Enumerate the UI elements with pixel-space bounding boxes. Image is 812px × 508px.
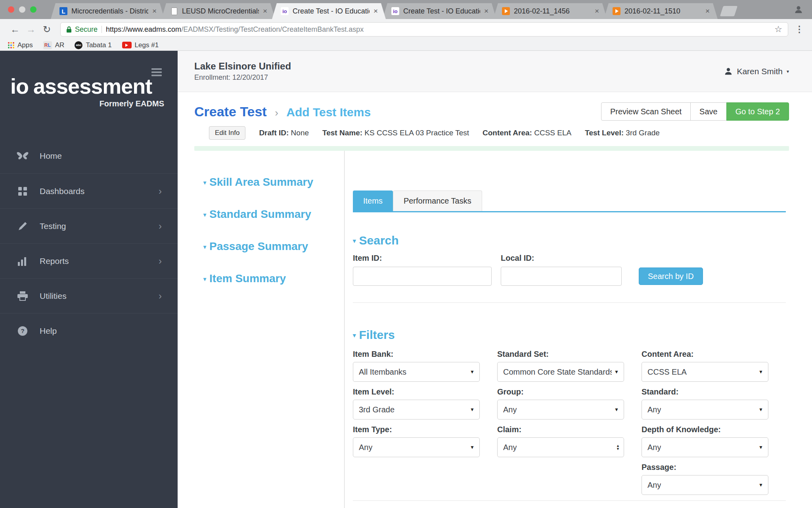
edit-info-button[interactable]: Edit Info	[209, 126, 245, 140]
caret-down-icon: ▼	[758, 407, 763, 412]
bookmarks-bar: Apps RL AR abc Tabata 1 Legs #1	[0, 40, 812, 51]
item-summary-link[interactable]: ▾Item Summary	[203, 271, 322, 287]
item-type-select[interactable]: Any▼	[353, 437, 480, 457]
select-value: Any	[503, 405, 517, 414]
bookmark-star-icon[interactable]: ☆	[774, 24, 782, 35]
zoom-window-button[interactable]	[30, 6, 36, 13]
item-tabs: Items Performance Tasks	[353, 190, 786, 212]
claim-select[interactable]: Any▲▼	[497, 437, 624, 457]
item-bank-filter: Item Bank: All Itembanks▼	[353, 350, 480, 382]
sidebar-item-label: Dashboards	[40, 187, 159, 196]
breadcrumb-row: Create Test › Add Test Items Preview Sca…	[178, 92, 812, 121]
rl-badge-icon: RL	[43, 41, 52, 49]
browser-tab-leusd[interactable]: LEUSD MicroCredentials ×	[161, 3, 275, 19]
sidebar-item-label: Home	[40, 151, 162, 161]
filters-heading[interactable]: ▾Filters	[353, 328, 786, 342]
user-menu[interactable]: Karen Smith ▾	[724, 67, 789, 76]
sidebar-item-utilities[interactable]: Utilities ›	[0, 278, 178, 313]
caret-down-icon: ▾	[203, 212, 206, 218]
item-level-select[interactable]: 3rd Grade▼	[353, 400, 480, 419]
browser-tab-create-test[interactable]: io Create Test - IO Education ×	[383, 3, 496, 19]
bookmark-label: Apps	[17, 41, 33, 49]
close-window-button[interactable]	[8, 6, 14, 13]
url-path: /EADMSX/Testing/TestCreation/CreateItemB…	[181, 25, 774, 34]
forward-icon[interactable]: →	[23, 24, 39, 35]
item-bank-select[interactable]: All Itembanks▼	[353, 362, 480, 382]
bookmark-ar[interactable]: RL AR	[43, 41, 65, 49]
bookmark-legs[interactable]: Legs #1	[122, 41, 159, 49]
summary-link-label: Standard Summary	[209, 208, 311, 220]
back-icon[interactable]: ←	[7, 24, 23, 35]
bookmark-tabata[interactable]: abc Tabata 1	[75, 41, 111, 49]
reload-icon[interactable]: ↻	[39, 24, 55, 35]
save-button[interactable]: Save	[690, 102, 727, 121]
item-id-input[interactable]	[353, 267, 492, 286]
breadcrumb-add-test-items: Add Test Items	[286, 106, 371, 119]
district-name: Lake Elsinore Unified	[194, 61, 291, 72]
browser-tab-create-test-active[interactable]: io Create Test - IO Education ×	[272, 3, 386, 19]
minimize-window-button[interactable]	[19, 6, 25, 13]
search-by-id-button[interactable]: Search by ID	[639, 267, 703, 285]
field-value: CCSS ELA	[534, 129, 571, 137]
sidebar-item-home[interactable]: Home	[0, 139, 178, 173]
breadcrumb-create-test[interactable]: Create Test	[194, 104, 267, 119]
standard-summary-link[interactable]: ▾Standard Summary	[203, 207, 322, 222]
sidebar-item-help[interactable]: ? Help	[0, 313, 178, 348]
item-search-panel: Items Performance Tasks ▾Search Item ID:…	[345, 151, 812, 508]
abc-circle-icon: abc	[75, 41, 82, 49]
tab-close-icon[interactable]: ×	[484, 7, 488, 15]
local-id-input[interactable]	[501, 267, 622, 286]
bookmark-label: AR	[55, 41, 65, 49]
field-label: Content Area:	[483, 129, 532, 137]
tab-close-icon[interactable]: ×	[263, 7, 267, 15]
butterfly-icon	[16, 152, 29, 160]
tab-close-icon[interactable]: ×	[373, 7, 378, 15]
select-value: Any	[647, 405, 661, 414]
depth-of-knowledge-select[interactable]: Any▼	[642, 437, 768, 457]
new-tab-button[interactable]	[720, 6, 737, 16]
group-select[interactable]: Any▼	[497, 400, 624, 419]
chevron-right-icon: ›	[159, 186, 162, 197]
local-id-label: Local ID:	[501, 254, 622, 263]
browser-profile-icon[interactable]	[794, 5, 803, 14]
sidebar-item-reports[interactable]: Reports ›	[0, 243, 178, 278]
sidebar-item-dashboards[interactable]: Dashboards ›	[0, 173, 178, 208]
caret-down-icon: ▼	[470, 407, 475, 412]
passage-select[interactable]: Any▼	[642, 475, 768, 495]
standard-select[interactable]: Any▼	[642, 400, 768, 419]
caret-down-icon: ▼	[758, 444, 763, 450]
sidebar-item-testing[interactable]: Testing ›	[0, 208, 178, 243]
bookmark-apps[interactable]: Apps	[8, 41, 33, 49]
hamburger-menu-icon[interactable]	[151, 68, 162, 78]
youtube-icon	[122, 42, 132, 48]
orange-arrow-favicon	[502, 7, 510, 15]
printer-icon	[16, 291, 29, 301]
tab-items[interactable]: Items	[353, 190, 393, 211]
tab-title: Create Test - IO Education	[293, 7, 370, 15]
tab-close-icon[interactable]: ×	[152, 7, 157, 15]
browser-tab-1510[interactable]: 2016-02-11_1510 ×	[604, 3, 718, 19]
item-id-label: Item ID:	[353, 254, 501, 263]
content-area-select[interactable]: CCSS ELA▼	[642, 362, 768, 382]
tab-close-icon[interactable]: ×	[595, 7, 599, 15]
preview-scan-sheet-button[interactable]: Preview Scan Sheet	[601, 102, 691, 121]
go-to-step-2-button[interactable]: Go to Step 2	[726, 102, 789, 121]
skill-area-summary-link[interactable]: ▾Skill Area Summary	[203, 175, 322, 190]
filter-label: Group:	[497, 387, 624, 396]
passage-summary-link[interactable]: ▾Passage Summary	[203, 239, 322, 254]
select-value: Any	[647, 481, 661, 490]
address-bar[interactable]: Secure https://www.eadms.com /EADMSX/Tes…	[60, 22, 788, 37]
field-label: Test Level:	[585, 129, 624, 137]
browser-tab-microcredentials[interactable]: L Microcredentials - District D ×	[51, 3, 165, 19]
browser-tab-1456[interactable]: 2016-02-11_1456 ×	[493, 3, 607, 19]
dashboard-grid-icon	[16, 187, 29, 196]
sidebar-item-label: Utilities	[40, 291, 159, 301]
local-id-field: Local ID:	[501, 254, 622, 286]
search-heading[interactable]: ▾Search	[353, 234, 786, 247]
tab-title: Microcredentials - District D	[71, 7, 148, 15]
browser-menu-icon[interactable]: ⋮	[794, 24, 805, 35]
sidebar-menu: Home Dashboards › Testing › Rep	[0, 139, 178, 348]
standard-set-select[interactable]: Common Core State Standards▼	[497, 362, 624, 382]
tab-close-icon[interactable]: ×	[705, 7, 710, 15]
tab-performance-tasks[interactable]: Performance Tasks	[393, 190, 482, 211]
